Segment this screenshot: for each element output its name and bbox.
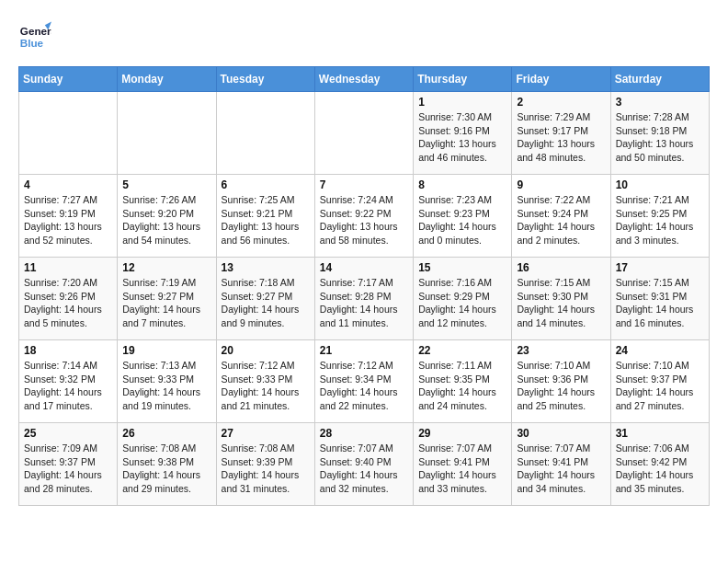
day-info: Sunrise: 7:16 AM Sunset: 9:29 PM Dayligh… xyxy=(418,276,506,330)
day-number: 29 xyxy=(418,427,506,440)
day-number: 19 xyxy=(122,344,210,357)
day-number: 11 xyxy=(24,261,112,274)
day-number: 27 xyxy=(222,427,310,440)
day-info: Sunrise: 7:08 AM Sunset: 9:38 PM Dayligh… xyxy=(122,442,210,496)
logo-icon: General Blue xyxy=(18,18,51,52)
day-info: Sunrise: 7:12 AM Sunset: 9:34 PM Dayligh… xyxy=(320,359,408,413)
calendar-cell xyxy=(19,92,118,175)
calendar-cell: 8Sunrise: 7:23 AM Sunset: 9:23 PM Daylig… xyxy=(414,175,512,258)
day-number: 8 xyxy=(418,178,506,191)
calendar-cell xyxy=(216,92,314,175)
day-info: Sunrise: 7:12 AM Sunset: 9:33 PM Dayligh… xyxy=(222,359,310,413)
calendar-cell: 2Sunrise: 7:29 AM Sunset: 9:17 PM Daylig… xyxy=(512,92,610,175)
day-header-wednesday: Wednesday xyxy=(314,67,413,92)
svg-text:Blue: Blue xyxy=(20,37,44,49)
calendar-cell: 20Sunrise: 7:12 AM Sunset: 9:33 PM Dayli… xyxy=(216,340,314,423)
day-number: 12 xyxy=(122,261,210,274)
calendar-cell: 4Sunrise: 7:27 AM Sunset: 9:19 PM Daylig… xyxy=(19,175,118,258)
day-number: 15 xyxy=(418,261,506,274)
day-header-thursday: Thursday xyxy=(414,67,512,92)
day-header-sunday: Sunday xyxy=(19,67,118,92)
day-header-monday: Monday xyxy=(118,67,216,92)
calendar-cell: 30Sunrise: 7:07 AM Sunset: 9:41 PM Dayli… xyxy=(512,423,610,506)
day-number: 17 xyxy=(616,261,704,274)
day-number: 10 xyxy=(616,178,704,191)
calendar-header: SundayMondayTuesdayWednesdayThursdayFrid… xyxy=(19,67,710,92)
calendar-cell: 31Sunrise: 7:06 AM Sunset: 9:42 PM Dayli… xyxy=(610,423,709,506)
day-info: Sunrise: 7:17 AM Sunset: 9:28 PM Dayligh… xyxy=(320,276,408,330)
calendar-cell: 25Sunrise: 7:09 AM Sunset: 9:37 PM Dayli… xyxy=(19,423,118,506)
day-info: Sunrise: 7:18 AM Sunset: 9:27 PM Dayligh… xyxy=(222,276,310,330)
day-info: Sunrise: 7:27 AM Sunset: 9:19 PM Dayligh… xyxy=(24,193,112,247)
calendar-cell: 6Sunrise: 7:25 AM Sunset: 9:21 PM Daylig… xyxy=(216,175,314,258)
day-number: 31 xyxy=(616,427,704,440)
day-info: Sunrise: 7:21 AM Sunset: 9:25 PM Dayligh… xyxy=(616,193,704,247)
day-info: Sunrise: 7:29 AM Sunset: 9:17 PM Dayligh… xyxy=(517,110,605,165)
day-number: 14 xyxy=(320,261,408,274)
calendar-cell: 28Sunrise: 7:07 AM Sunset: 9:40 PM Dayli… xyxy=(314,423,413,506)
calendar-cell: 23Sunrise: 7:10 AM Sunset: 9:36 PM Dayli… xyxy=(512,340,610,423)
day-info: Sunrise: 7:09 AM Sunset: 9:37 PM Dayligh… xyxy=(24,442,112,496)
day-info: Sunrise: 7:07 AM Sunset: 9:41 PM Dayligh… xyxy=(418,442,506,496)
day-number: 1 xyxy=(418,96,506,109)
day-number: 6 xyxy=(222,178,310,191)
day-number: 24 xyxy=(616,344,704,357)
day-number: 30 xyxy=(517,427,605,440)
calendar-cell: 22Sunrise: 7:11 AM Sunset: 9:35 PM Dayli… xyxy=(414,340,512,423)
day-number: 18 xyxy=(24,344,112,357)
day-info: Sunrise: 7:15 AM Sunset: 9:30 PM Dayligh… xyxy=(517,276,605,330)
day-info: Sunrise: 7:10 AM Sunset: 9:37 PM Dayligh… xyxy=(616,359,704,413)
day-number: 7 xyxy=(320,178,408,191)
logo: General Blue xyxy=(18,18,57,52)
day-number: 9 xyxy=(517,178,605,191)
calendar-cell: 16Sunrise: 7:15 AM Sunset: 9:30 PM Dayli… xyxy=(512,258,610,340)
day-info: Sunrise: 7:13 AM Sunset: 9:33 PM Dayligh… xyxy=(122,359,210,413)
day-info: Sunrise: 7:26 AM Sunset: 9:20 PM Dayligh… xyxy=(122,193,210,247)
day-number: 25 xyxy=(24,427,112,440)
calendar-cell: 13Sunrise: 7:18 AM Sunset: 9:27 PM Dayli… xyxy=(216,258,314,340)
day-number: 13 xyxy=(222,261,310,274)
calendar-cell: 3Sunrise: 7:28 AM Sunset: 9:18 PM Daylig… xyxy=(610,92,709,175)
day-number: 21 xyxy=(320,344,408,357)
day-info: Sunrise: 7:11 AM Sunset: 9:35 PM Dayligh… xyxy=(418,359,506,413)
calendar-cell: 27Sunrise: 7:08 AM Sunset: 9:39 PM Dayli… xyxy=(216,423,314,506)
calendar-cell: 14Sunrise: 7:17 AM Sunset: 9:28 PM Dayli… xyxy=(314,258,413,340)
day-number: 2 xyxy=(517,96,605,109)
day-info: Sunrise: 7:15 AM Sunset: 9:31 PM Dayligh… xyxy=(616,276,704,330)
day-info: Sunrise: 7:28 AM Sunset: 9:18 PM Dayligh… xyxy=(616,110,704,165)
calendar-cell: 18Sunrise: 7:14 AM Sunset: 9:32 PM Dayli… xyxy=(19,340,118,423)
day-number: 28 xyxy=(320,427,408,440)
page-header: General Blue xyxy=(18,18,710,52)
day-info: Sunrise: 7:07 AM Sunset: 9:41 PM Dayligh… xyxy=(517,442,605,496)
week-row-1: 1Sunrise: 7:30 AM Sunset: 9:16 PM Daylig… xyxy=(19,92,710,175)
day-number: 4 xyxy=(24,178,112,191)
day-number: 26 xyxy=(122,427,210,440)
calendar-cell: 7Sunrise: 7:24 AM Sunset: 9:22 PM Daylig… xyxy=(314,175,413,258)
day-info: Sunrise: 7:10 AM Sunset: 9:36 PM Dayligh… xyxy=(517,359,605,413)
day-info: Sunrise: 7:19 AM Sunset: 9:27 PM Dayligh… xyxy=(122,276,210,330)
day-info: Sunrise: 7:14 AM Sunset: 9:32 PM Dayligh… xyxy=(24,359,112,413)
calendar-cell: 1Sunrise: 7:30 AM Sunset: 9:16 PM Daylig… xyxy=(414,92,512,175)
calendar-cell: 19Sunrise: 7:13 AM Sunset: 9:33 PM Dayli… xyxy=(118,340,216,423)
week-row-2: 4Sunrise: 7:27 AM Sunset: 9:19 PM Daylig… xyxy=(19,175,710,258)
day-number: 3 xyxy=(616,96,704,109)
day-info: Sunrise: 7:23 AM Sunset: 9:23 PM Dayligh… xyxy=(418,193,506,247)
week-row-3: 11Sunrise: 7:20 AM Sunset: 9:26 PM Dayli… xyxy=(19,258,710,340)
calendar-cell: 29Sunrise: 7:07 AM Sunset: 9:41 PM Dayli… xyxy=(414,423,512,506)
day-number: 20 xyxy=(222,344,310,357)
day-info: Sunrise: 7:25 AM Sunset: 9:21 PM Dayligh… xyxy=(222,193,310,247)
day-info: Sunrise: 7:06 AM Sunset: 9:42 PM Dayligh… xyxy=(616,442,704,496)
day-info: Sunrise: 7:22 AM Sunset: 9:24 PM Dayligh… xyxy=(517,193,605,247)
calendar-cell: 12Sunrise: 7:19 AM Sunset: 9:27 PM Dayli… xyxy=(118,258,216,340)
calendar-cell: 10Sunrise: 7:21 AM Sunset: 9:25 PM Dayli… xyxy=(610,175,709,258)
calendar-cell: 9Sunrise: 7:22 AM Sunset: 9:24 PM Daylig… xyxy=(512,175,610,258)
calendar-cell xyxy=(118,92,216,175)
calendar-cell: 24Sunrise: 7:10 AM Sunset: 9:37 PM Dayli… xyxy=(610,340,709,423)
day-number: 22 xyxy=(418,344,506,357)
day-info: Sunrise: 7:07 AM Sunset: 9:40 PM Dayligh… xyxy=(320,442,408,496)
calendar-cell: 15Sunrise: 7:16 AM Sunset: 9:29 PM Dayli… xyxy=(414,258,512,340)
calendar-cell: 17Sunrise: 7:15 AM Sunset: 9:31 PM Dayli… xyxy=(610,258,709,340)
day-header-friday: Friday xyxy=(512,67,610,92)
week-row-5: 25Sunrise: 7:09 AM Sunset: 9:37 PM Dayli… xyxy=(19,423,710,506)
calendar-cell: 26Sunrise: 7:08 AM Sunset: 9:38 PM Dayli… xyxy=(118,423,216,506)
